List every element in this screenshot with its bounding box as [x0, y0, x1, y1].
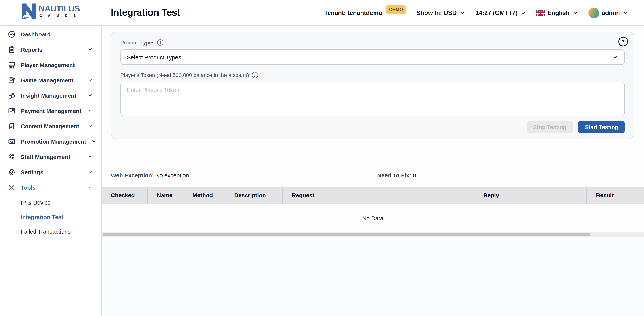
results-table-header: CheckedNameMethodDescriptionRequestReply…: [102, 187, 644, 204]
user-menu[interactable]: admin: [588, 7, 629, 18]
timezone-dropdown[interactable]: 14:27 (GMT+7): [476, 9, 526, 16]
sidebar-item-label: Content Management: [21, 123, 82, 129]
language-dropdown[interactable]: English: [536, 9, 578, 16]
top-header: NAUTILUS G A M E S Integration Test Tena…: [0, 0, 644, 26]
page-title: Integration Test: [111, 7, 180, 18]
currency-label: Show In: USD: [416, 9, 457, 16]
username-label: admin: [602, 9, 620, 16]
tenant-label: Tenant: tenantdemo: [324, 9, 382, 16]
column-header-request: Request: [282, 187, 474, 204]
sidebar-item-staff-management[interactable]: Staff Management: [0, 149, 101, 164]
sidebar-item-label: Reports: [21, 46, 82, 53]
chevron-down-icon: [520, 10, 526, 16]
sidebar-item-settings[interactable]: Settings: [0, 164, 101, 180]
product-types-select[interactable]: Select Product Types: [120, 49, 625, 65]
ad-icon: Ad: [8, 137, 16, 145]
integration-test-panel: ? Product Types i Select Product Types P…: [111, 32, 634, 139]
demo-badge: DEMO: [386, 5, 406, 13]
document-icon: [8, 122, 16, 130]
slot-machine-icon: [8, 76, 16, 84]
web-exception-status: Web Exception: No exception: [111, 172, 189, 179]
sidebar-item-dashboard[interactable]: Dashboard: [0, 26, 101, 42]
players-icon: [8, 61, 16, 69]
brand-logo[interactable]: NAUTILUS G A M E S: [22, 3, 80, 19]
sidebar-subitem-integration-test[interactable]: Integration Test: [0, 210, 101, 224]
stop-testing-button[interactable]: Stop Testing: [526, 121, 573, 133]
chevron-down-icon: [91, 139, 96, 144]
avatar: [588, 7, 599, 18]
sidebar-item-label: Tools: [21, 184, 82, 191]
svg-text:Ad: Ad: [10, 140, 14, 143]
column-header-description: Description: [225, 187, 282, 204]
staff-gear-icon: [8, 153, 16, 161]
sidebar-item-payment-management[interactable]: Payment Management: [0, 103, 101, 118]
clipboard-icon: [8, 45, 16, 53]
chevron-down-icon: [88, 93, 93, 98]
chevron-down-icon: [88, 108, 93, 113]
nautilus-logo-icon: [22, 3, 36, 19]
language-label: English: [548, 9, 570, 16]
chevron-down-icon: [612, 54, 618, 60]
product-types-select-value: Select Product Types: [127, 54, 612, 60]
tools-icon: [8, 183, 16, 191]
sidebar-item-content-management[interactable]: Content Management: [0, 118, 101, 134]
sidebar-item-game-management[interactable]: Game Management: [0, 72, 101, 88]
sidebar-item-label: Staff Management: [21, 153, 82, 160]
header-controls: Tenant: tenantdemo DEMO Show In: USD 14:…: [324, 0, 629, 26]
start-testing-button[interactable]: Start Testing: [578, 121, 625, 133]
need-to-fix-status: Need To Fix: 0: [377, 172, 416, 179]
column-header-reply: Reply: [474, 187, 587, 204]
column-header-checked: Checked: [102, 187, 148, 204]
product-types-label: Product Types i: [120, 39, 625, 45]
sidebar-nav: DashboardReportsPlayer ManagementGame Ma…: [0, 26, 102, 316]
chevron-down-icon: [572, 10, 578, 16]
currency-dropdown[interactable]: Show In: USD: [416, 9, 466, 16]
uk-flag-icon: [536, 10, 545, 16]
status-row: Web Exception: No exception Need To Fix:…: [102, 172, 644, 183]
sidebar-subitem-ip-device[interactable]: IP & Device: [0, 195, 101, 210]
sidebar-item-label: Payment Management: [21, 107, 82, 114]
chevron-down-icon: [88, 154, 93, 159]
sidebar-item-insight-management[interactable]: Insight Management: [0, 88, 101, 103]
chevron-down-icon: [88, 77, 93, 83]
chevron-down-icon: [460, 10, 466, 16]
chevron-down-icon: [88, 47, 93, 52]
results-table-body: No Data: [102, 204, 644, 232]
column-header-name: Name: [148, 187, 183, 204]
sidebar-item-player-management[interactable]: Player Management: [0, 57, 101, 72]
help-icon[interactable]: ?: [618, 37, 628, 46]
packages-icon: [8, 91, 16, 99]
horizontal-scrollbar-thumb[interactable]: [103, 233, 590, 236]
column-header-result: Result: [587, 187, 644, 204]
player-token-input[interactable]: [120, 82, 625, 116]
sidebar-item-label: Insight Management: [21, 92, 82, 99]
app-root: NAUTILUS G A M E S Integration Test Tena…: [0, 0, 644, 316]
info-icon[interactable]: i: [157, 39, 164, 45]
chevron-up-icon: [88, 185, 93, 190]
credit-card-icon: [8, 107, 16, 115]
sidebar-item-label: Player Management: [21, 61, 93, 68]
chevron-down-icon: [88, 123, 93, 129]
sidebar-subitem-failed-transactions[interactable]: Failed Transactions: [0, 224, 101, 239]
info-icon[interactable]: i: [252, 72, 258, 78]
sidebar-item-promotion-management[interactable]: AdPromotion Management: [0, 134, 101, 149]
main-content: ? Product Types i Select Product Types P…: [102, 26, 644, 316]
sidebar-item-label: Promotion Management: [21, 138, 86, 145]
gear-icon: [8, 168, 16, 176]
sidebar-item-reports[interactable]: Reports: [0, 42, 101, 57]
chevron-down-icon: [88, 169, 93, 175]
sidebar-item-label: Game Management: [21, 77, 82, 83]
brand-name: NAUTILUS: [39, 4, 80, 13]
sidebar-item-label: Settings: [21, 169, 82, 175]
tenant-indicator: Tenant: tenantdemo DEMO: [324, 8, 406, 17]
column-header-method: Method: [183, 187, 225, 204]
brand-subname: G A M E S: [40, 14, 80, 18]
sidebar-item-label: Dashboard: [21, 31, 93, 37]
horizontal-scrollbar-track[interactable]: [102, 232, 644, 237]
time-label: 14:27 (GMT+7): [476, 9, 518, 16]
gauge-icon: [8, 30, 16, 38]
no-data-message: No Data: [102, 215, 644, 221]
results-table: CheckedNameMethodDescriptionRequestReply…: [102, 187, 644, 232]
chevron-down-icon: [622, 10, 629, 16]
sidebar-item-tools[interactable]: Tools: [0, 180, 101, 195]
